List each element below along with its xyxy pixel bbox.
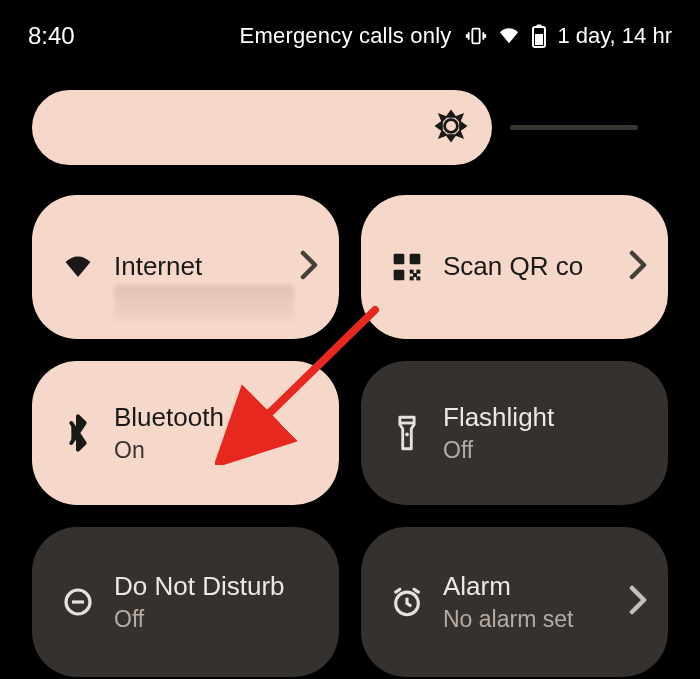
brightness-slider[interactable]	[32, 90, 492, 165]
tile-alarm[interactable]: Alarm No alarm set	[361, 527, 668, 677]
svg-point-16	[405, 433, 409, 437]
tile-flashlight[interactable]: Flashlight Off	[361, 361, 668, 505]
tile-dnd-title: Do Not Disturb	[114, 571, 319, 602]
svg-rect-6	[397, 257, 402, 262]
svg-rect-10	[397, 273, 402, 278]
status-time: 8:40	[28, 22, 75, 50]
vibrate-icon	[465, 25, 487, 47]
alarm-icon	[385, 585, 429, 619]
tile-bluetooth[interactable]: Bluetooth On	[32, 361, 339, 505]
brightness-track[interactable]	[510, 125, 638, 130]
tile-alarm-subtitle: No alarm set	[443, 606, 628, 633]
chevron-right-icon[interactable]	[628, 585, 648, 619]
dnd-icon	[56, 586, 100, 618]
bluetooth-icon	[56, 413, 100, 453]
wifi-icon	[497, 25, 521, 47]
tile-bluetooth-subtitle: On	[114, 437, 319, 464]
tile-internet-title: Internet	[114, 251, 299, 282]
tile-alarm-title: Alarm	[443, 571, 628, 602]
tile-internet[interactable]: Internet	[32, 195, 339, 339]
quick-tiles-grid: Internet Scan QR co Bluetooth On	[0, 195, 700, 505]
flashlight-icon	[385, 413, 429, 453]
svg-rect-8	[413, 257, 418, 262]
battery-icon	[531, 24, 547, 48]
svg-rect-15	[413, 273, 417, 277]
tile-bluetooth-title: Bluetooth	[114, 402, 319, 433]
tile-qr-title: Scan QR co	[443, 251, 628, 282]
tile-dnd-subtitle: Off	[114, 606, 319, 633]
svg-rect-2	[537, 25, 542, 28]
tile-flashlight-title: Flashlight	[443, 402, 648, 433]
brightness-icon	[434, 109, 468, 147]
quick-tiles-grid-row3: Do Not Disturb Off Alarm No alarm set	[0, 505, 700, 677]
tile-dnd[interactable]: Do Not Disturb Off	[32, 527, 339, 677]
chevron-right-icon[interactable]	[628, 250, 648, 284]
internet-ssid-redacted	[114, 285, 294, 321]
svg-rect-3	[535, 34, 543, 45]
svg-rect-0	[473, 29, 480, 44]
chevron-right-icon[interactable]	[299, 250, 319, 284]
status-battery-text: 1 day, 14 hr	[557, 23, 672, 49]
tile-scan-qr[interactable]: Scan QR co	[361, 195, 668, 339]
status-right-group: Emergency calls only 1 day, 14 hr	[240, 23, 672, 49]
svg-point-4	[445, 119, 458, 132]
status-bar: 8:40 Emergency calls only 1 day, 14 hr	[0, 0, 700, 60]
wifi-icon	[56, 252, 100, 282]
qr-icon	[385, 251, 429, 283]
tile-flashlight-subtitle: Off	[443, 437, 648, 464]
brightness-row	[0, 60, 700, 195]
status-emergency-text: Emergency calls only	[240, 23, 452, 49]
